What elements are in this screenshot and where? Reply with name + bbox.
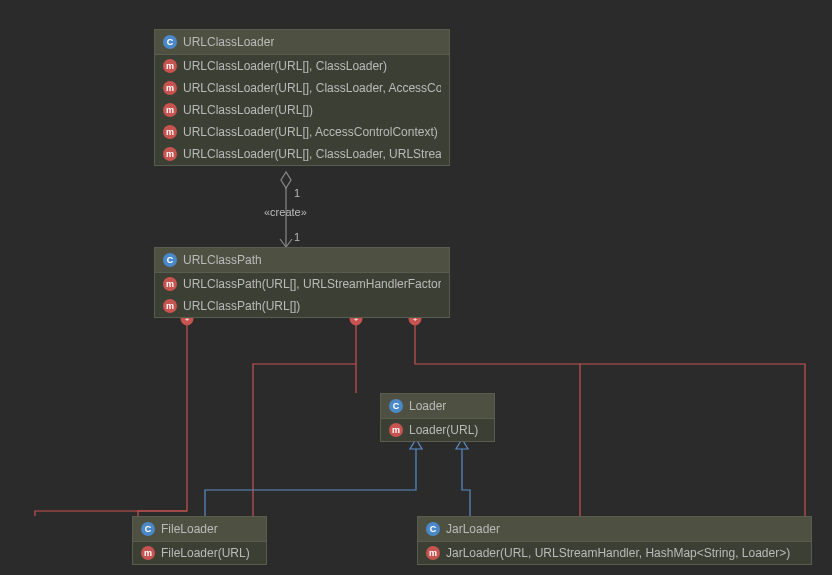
svg-marker-0 bbox=[281, 172, 291, 188]
class-icon: C bbox=[163, 253, 177, 267]
class-header: C FileLoader bbox=[133, 517, 266, 542]
method-icon: m bbox=[163, 147, 177, 161]
class-header: C URLClassLoader bbox=[155, 30, 449, 55]
class-name: Loader bbox=[409, 399, 446, 413]
method-icon: m bbox=[163, 59, 177, 73]
method-row[interactable]: mFileLoader(URL) bbox=[133, 542, 266, 564]
class-icon: C bbox=[163, 35, 177, 49]
method-icon: m bbox=[141, 546, 155, 560]
class-icon: C bbox=[426, 522, 440, 536]
diagram-stage: 1 «create» 1 + + + C URLClassLoader mURL… bbox=[0, 0, 832, 575]
class-header: C JarLoader bbox=[418, 517, 811, 542]
class-jar-loader[interactable]: C JarLoader mJarLoader(URL, URLStreamHan… bbox=[417, 516, 812, 565]
class-header: C Loader bbox=[381, 394, 494, 419]
method-icon: m bbox=[163, 125, 177, 139]
method-row[interactable]: mURLClassPath(URL[]) bbox=[155, 295, 449, 317]
class-icon: C bbox=[389, 399, 403, 413]
method-icon: m bbox=[389, 423, 403, 437]
relation-label: «create» bbox=[264, 206, 307, 218]
multiplicity-bottom: 1 bbox=[294, 231, 300, 243]
class-icon: C bbox=[141, 522, 155, 536]
method-icon: m bbox=[163, 277, 177, 291]
method-row[interactable]: mURLClassLoader(URL[], AccessControlCont… bbox=[155, 121, 449, 143]
multiplicity-top: 1 bbox=[294, 187, 300, 199]
method-row[interactable]: mURLClassLoader(URL[], ClassLoader, URLS… bbox=[155, 143, 449, 165]
class-name: URLClassPath bbox=[183, 253, 262, 267]
method-row[interactable]: mLoader(URL) bbox=[381, 419, 494, 441]
method-icon: m bbox=[163, 81, 177, 95]
method-icon: m bbox=[163, 299, 177, 313]
method-row[interactable]: mURLClassLoader(URL[]) bbox=[155, 99, 449, 121]
method-row[interactable]: mURLClassLoader(URL[], ClassLoader, Acce… bbox=[155, 77, 449, 99]
class-name: FileLoader bbox=[161, 522, 218, 536]
method-row[interactable]: mJarLoader(URL, URLStreamHandler, HashMa… bbox=[418, 542, 811, 564]
class-loader[interactable]: C Loader mLoader(URL) bbox=[380, 393, 495, 442]
method-row[interactable]: mURLClassLoader(URL[], ClassLoader) bbox=[155, 55, 449, 77]
class-name: JarLoader bbox=[446, 522, 500, 536]
method-icon: m bbox=[163, 103, 177, 117]
class-url-class-loader[interactable]: C URLClassLoader mURLClassLoader(URL[], … bbox=[154, 29, 450, 166]
class-header: C URLClassPath bbox=[155, 248, 449, 273]
method-icon: m bbox=[426, 546, 440, 560]
method-row[interactable]: mURLClassPath(URL[], URLStreamHandlerFac… bbox=[155, 273, 449, 295]
class-url-class-path[interactable]: C URLClassPath mURLClassPath(URL[], URLS… bbox=[154, 247, 450, 318]
class-name: URLClassLoader bbox=[183, 35, 274, 49]
class-file-loader[interactable]: C FileLoader mFileLoader(URL) bbox=[132, 516, 267, 565]
